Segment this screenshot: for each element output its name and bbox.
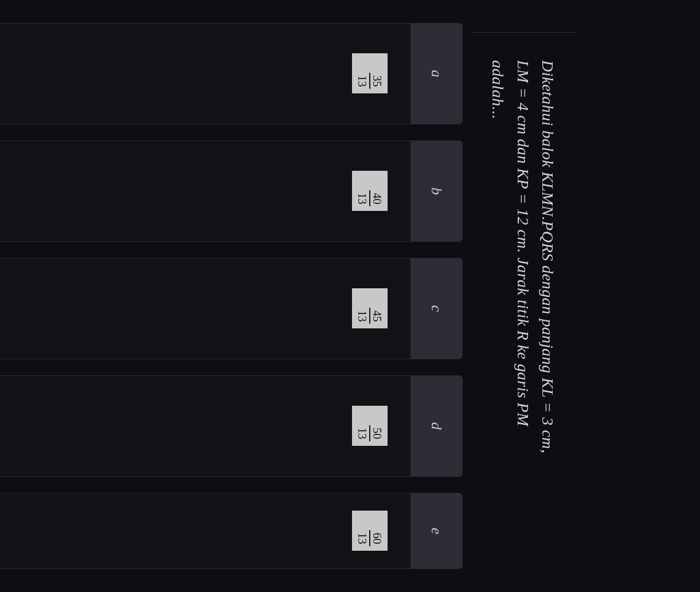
question-line-3: adalah... [489,60,507,119]
option-letter: c [428,305,445,312]
option-formula: 40 13 [352,171,388,211]
option-formula: 45 13 [352,288,388,328]
question-text: Diketahui balok KLMN.PQRS dengan panjang… [486,60,560,564]
option-card-e[interactable]: e 60 13 [0,493,463,569]
option-body: 35 13 [0,23,410,124]
fraction: 35 13 [357,73,383,89]
fraction: 50 13 [357,425,383,441]
fraction-denominator: 13 [357,73,369,89]
option-formula: 60 13 [352,511,388,551]
question-line-1: Diketahui balok KLMN.PQRS dengan panjang… [539,60,557,453]
fraction-numerator: 45 [369,308,383,324]
option-card-a[interactable]: a 35 13 [0,23,463,124]
option-letter: b [428,187,445,195]
fraction-numerator: 60 [369,530,383,546]
option-formula: 35 13 [352,53,388,93]
option-body: 40 13 [0,141,410,241]
option-header: c [410,258,462,359]
options-row: a 35 13 b 40 [0,0,463,592]
option-card-d[interactable]: d 50 13 [0,375,463,477]
option-letter: d [428,422,445,430]
option-header: e [410,493,462,569]
question-block: Diketahui balok KLMN.PQRS dengan panjang… [472,32,576,592]
option-body: 45 13 [0,258,410,359]
option-header: d [410,376,462,476]
fraction: 40 13 [357,190,383,206]
fraction-numerator: 35 [369,73,383,89]
question-line-2: LM = 4 cm dan KP = 12 cm. Jarak titik R … [514,60,532,426]
option-letter: e [428,528,445,535]
option-card-b[interactable]: b 40 13 [0,140,463,242]
fraction-numerator: 50 [369,425,383,441]
option-body: 60 13 [0,493,410,569]
option-formula: 50 13 [352,406,388,446]
fraction-denominator: 13 [357,308,369,324]
option-card-c[interactable]: c 45 13 [0,258,463,359]
fraction-denominator: 13 [357,190,369,206]
option-header: b [410,141,462,241]
option-letter: a [428,70,445,77]
fraction-denominator: 13 [357,530,369,546]
option-body: 50 13 [0,376,410,476]
fraction: 45 13 [357,308,383,324]
fraction: 60 13 [357,530,383,546]
fraction-numerator: 40 [369,190,383,206]
option-header: a [410,23,462,124]
fraction-denominator: 13 [357,425,369,441]
